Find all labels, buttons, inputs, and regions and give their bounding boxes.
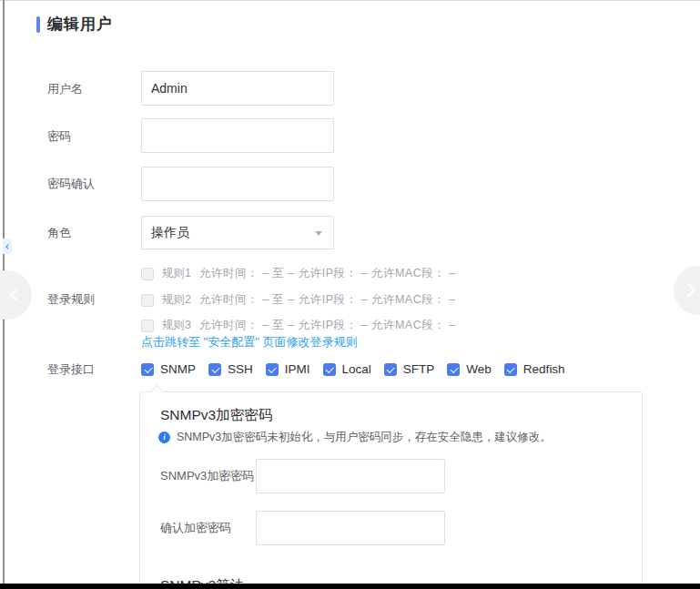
prev-page-button[interactable]: [0, 270, 32, 320]
login-interfaces-label: 登录接口: [47, 362, 95, 376]
checkbox-label: Local: [342, 362, 371, 376]
interface-option-ipmi[interactable]: IPMI: [266, 362, 310, 376]
page-title: 编辑用户: [47, 14, 113, 35]
window-top-border: [0, 0, 700, 1]
sftp-checkbox[interactable]: [384, 363, 397, 376]
password-input[interactable]: [141, 118, 334, 153]
interface-option-ssh[interactable]: SSH: [208, 362, 253, 376]
info-icon: i: [158, 432, 170, 443]
chevron-down-icon: [315, 231, 322, 236]
snmpv3-password-label: SNMPv3加密密码: [160, 469, 254, 482]
snmpv3-confirm-label: 确认加密密码: [160, 521, 231, 534]
edit-user-page: 编辑用户 用户名 密码 密码确认 角色 操作员 登录规则 规则1 允许时间： –…: [0, 0, 700, 589]
password-label: 密码: [47, 129, 71, 143]
snmpv3-info-row: i SNMPv3加密密码未初始化，与用户密码同步，存在安全隐患，建议修改。: [158, 430, 552, 445]
interface-option-redfish[interactable]: Redfish: [504, 362, 565, 376]
login-rule-row: 规则2 允许时间： – 至 – 允许IP段： – 允许MAC段： –: [141, 293, 456, 307]
ipmi-checkbox[interactable]: [266, 363, 279, 376]
redfish-checkbox[interactable]: [504, 363, 517, 376]
next-page-button[interactable]: [674, 266, 700, 315]
page-header: 编辑用户: [36, 14, 113, 35]
chevron-left-icon: [5, 244, 11, 249]
local-checkbox[interactable]: [323, 363, 336, 376]
web-checkbox[interactable]: [447, 363, 460, 376]
checkbox-label: SNMP: [160, 362, 196, 376]
rule-name: 规则3: [162, 318, 191, 333]
chevron-left-icon: [10, 288, 25, 302]
rule1-checkbox[interactable]: [141, 268, 154, 280]
rule-detail: 允许时间： – 至 – 允许IP段： – 允许MAC段： –: [199, 292, 456, 308]
interface-option-web[interactable]: Web: [447, 362, 492, 376]
security-config-link[interactable]: 点击跳转至 "安全配置" 页面修改登录规则: [141, 334, 357, 350]
rule3-checkbox[interactable]: [141, 320, 154, 332]
role-label: 角色: [47, 226, 71, 239]
panel-notch: [150, 384, 165, 399]
login-rule-row: 规则1 允许时间： – 至 – 允许IP段： – 允许MAC段： –: [141, 267, 456, 280]
interface-option-snmp[interactable]: SNMP: [141, 362, 196, 376]
rule-name: 规则1: [162, 266, 191, 281]
login-rule-row: 规则3 允许时间： – 至 – 允许IP段： – 允许MAC段： –: [141, 319, 456, 332]
checkbox-label: Redfish: [523, 362, 565, 376]
login-interfaces-row: SNMP SSH IPMI Local SFTP Web Redfish: [141, 362, 565, 376]
interface-option-local[interactable]: Local: [323, 362, 371, 376]
snmpv3-confirm-input[interactable]: [256, 511, 445, 545]
login-rules-label: 登录规则: [47, 292, 95, 306]
snmpv3-password-input[interactable]: [256, 459, 445, 493]
rule-detail: 允许时间： – 至 – 允许IP段： – 允许MAC段： –: [199, 318, 456, 333]
password-confirm-input[interactable]: [141, 167, 334, 201]
username-input[interactable]: [141, 71, 334, 106]
window-bottom-edge: [0, 584, 700, 589]
snmpv3-panel: SNMPv3加密密码 i SNMPv3加密密码未初始化，与用户密码同步，存在安全…: [139, 391, 643, 589]
snmpv3-info-text: SNMPv3加密密码未初始化，与用户密码同步，存在安全隐患，建议修改。: [177, 430, 552, 445]
checkbox-label: IPMI: [285, 362, 310, 376]
sidebar-collapse-handle[interactable]: [3, 239, 12, 254]
title-accent-bar: [36, 16, 40, 33]
ssh-checkbox[interactable]: [208, 363, 221, 376]
role-select[interactable]: 操作员: [141, 216, 334, 249]
rule-detail: 允许时间： – 至 – 允许IP段： – 允许MAC段： –: [199, 266, 456, 281]
interface-option-sftp[interactable]: SFTP: [384, 362, 435, 376]
username-label: 用户名: [47, 82, 83, 96]
rule-name: 规则2: [162, 292, 191, 308]
chevron-right-icon: [682, 283, 696, 298]
checkbox-label: SFTP: [403, 362, 435, 376]
snmpv3-panel-title: SNMPv3加密密码: [160, 406, 272, 425]
checkbox-label: SSH: [228, 362, 253, 376]
password-confirm-label: 密码确认: [47, 177, 95, 190]
role-selected-value: 操作员: [151, 225, 189, 241]
checkbox-label: Web: [466, 362, 492, 376]
rule2-checkbox[interactable]: [141, 294, 154, 307]
snmp-checkbox[interactable]: [141, 363, 154, 376]
